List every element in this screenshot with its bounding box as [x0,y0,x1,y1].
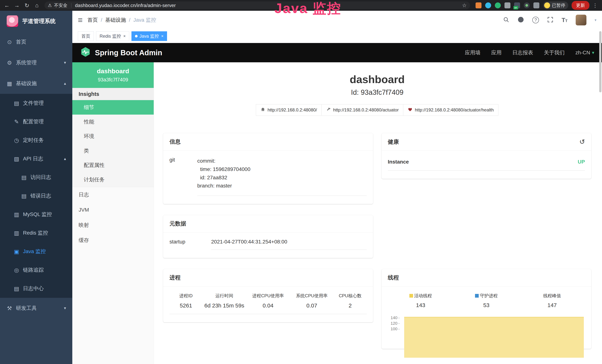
metric-value: 6d 23h 15m 59s [204,302,245,309]
app-logo[interactable]: 芋道管理系统 [0,11,72,32]
home-button[interactable]: ⌂ [33,1,41,10]
sidebar-item-error-logs[interactable]: ▤ 错误日志 [0,187,72,205]
user-avatar[interactable] [576,15,586,25]
tab-java-monitor[interactable]: Java 监控 × [131,31,167,41]
sba-brand[interactable]: Spring Boot Admin [80,47,162,59]
sidebar-item-system[interactable]: ⚙ 系统管理 ▾ [0,52,72,73]
home-icon [260,107,265,113]
chevron-down-icon: ▾ [64,306,66,310]
sidebar-item-file-management[interactable]: ▤ 文件管理 [0,94,72,112]
threads-card: 线程 活动线程 143 [382,269,591,349]
font-size-large-glyph: T [562,17,565,23]
instance-health-link[interactable]: http://192.168.0.2:48080/actuator/health [403,104,498,116]
sba-section-insights: Insights [72,88,154,100]
sba-menu-classes[interactable]: 类 [72,143,154,158]
tab-redis-monitor[interactable]: Redis 监控 × [96,31,129,41]
instance-home-link[interactable]: http://192.168.0.2:48080/ [256,104,322,116]
extension-icon-3[interactable] [495,2,501,8]
scrollbar-thumb[interactable] [599,31,602,92]
instance-links: http://192.168.0.2:48080/ http://192.168… [163,104,591,116]
search-icon[interactable] [503,17,509,23]
sba-menu-logs[interactable]: 日志 [72,187,154,202]
url-text[interactable]: dashboard.yudao.iocoder.cn/infra/admin-s… [75,3,460,8]
sidebar-item-api-logs[interactable]: ▧ API 日志 ▴ [0,150,72,168]
legend-label: 活动线程 [414,293,432,299]
sidebar-item-infrastructure[interactable]: ▦ 基础设施 ▴ [0,73,72,94]
instance-actuator-link[interactable]: http://192.168.0.2:48080/actuator [322,104,403,116]
sba-menu-environment[interactable]: 环境 [72,129,154,143]
address-bar[interactable]: ⚠ 不安全 dashboard.yudao.iocoder.cn/infra/a… [44,1,470,9]
refresh-button[interactable]: ↻ [23,1,31,10]
font-size-small-glyph: T [565,19,568,23]
browser-menu-button[interactable]: ⋮ [591,1,599,10]
update-button[interactable]: 更新 [572,1,589,10]
sidebar-item-config-management[interactable]: ✎ 配置管理 [0,112,72,131]
info-git-value: commit: time: 1596289704000 id: 27aa832 … [197,157,367,196]
monitor-icon: ▣ [13,248,20,255]
history-icon[interactable]: ↺ [579,138,585,146]
sba-nav-about[interactable]: 关于我们 [544,49,565,56]
sba-menu-details[interactable]: 细节 [72,100,154,115]
close-icon[interactable]: × [161,34,163,39]
sba-menu-caches[interactable]: 缓存 [72,233,154,248]
legend-swatch-yellow [409,294,413,298]
app-sidebar: 芋道管理系统 ⊙ 首页 ⚙ 系统管理 ▾ ▦ 基础设施 ▴ [0,11,72,364]
sba-nav-applications[interactable]: 应用 [491,49,502,56]
infrastructure-icon: ▦ [6,80,13,87]
breadcrumb-infrastructure[interactable]: 基础设施 [105,17,126,23]
extension-icon-6[interactable] [524,2,530,8]
sba-nav-journal[interactable]: 日志报表 [512,49,533,56]
close-icon[interactable]: × [123,34,126,39]
hamburger-icon[interactable]: ≡ [78,15,83,25]
sba-menu-performance[interactable]: 性能 [72,115,154,129]
sba-locale-select[interactable]: zh-CN ▾ [575,50,594,56]
sba-menu-config-props[interactable]: 配置属性 [72,158,154,172]
tab-label: Java 监控 [140,33,159,39]
sidebar-item-mysql-monitor[interactable]: ▥ MySQL 监控 [0,205,72,224]
sidebar-item-redis-monitor[interactable]: ▥ Redis 监控 [0,224,72,242]
sba-menu-mappings[interactable]: 映射 [72,217,154,233]
bookmark-star-icon[interactable]: ☆ [462,2,467,9]
breadcrumb-home[interactable]: 首页 [87,17,98,23]
tab-label: 首页 [81,33,90,39]
metadata-startup-value: 2021-04-27T00:44:31.254+08:00 [211,239,367,250]
sba-instance-header[interactable]: dashboard 93a3fc7f7409 [72,62,154,88]
github-icon[interactable] [517,16,524,24]
security-label[interactable]: 不安全 [54,2,67,8]
sidebar-item-dev-tools[interactable]: ⚒ 研发工具 ▾ [0,298,72,319]
breadcrumb: 首页 / 基础设施 / Java 监控 [87,17,156,23]
extension-icon-5[interactable]: on [514,2,520,8]
avatar-caret-icon[interactable]: ▾ [595,18,596,22]
cpu-cores: CPU核心数 2 [334,293,367,309]
active-tab-dot [135,35,138,37]
chevron-down-icon: ▾ [592,50,594,55]
process-uptime: 运行时间 6d 23h 15m 59s [203,293,246,309]
extension-icon-4[interactable] [505,2,510,8]
api-log-icon: ▧ [13,156,20,162]
sidebar-item-log-center[interactable]: ▤ 日志中心 [0,279,72,298]
forward-button[interactable]: → [13,1,21,10]
log-icon: ▤ [21,193,27,199]
dashboard-icon: ⊙ [6,39,13,45]
back-button[interactable]: ← [3,1,11,10]
metric-label: 运行时间 [204,293,245,299]
tab-home[interactable]: 首页 [78,31,94,41]
app-logo-image [7,15,18,27]
help-icon[interactable]: ? [532,17,539,23]
extension-icon-1[interactable] [475,2,482,8]
sidebar-item-scheduled-jobs[interactable]: ◷ 定时任务 [0,131,72,150]
sidebar-item-home[interactable]: ⊙ 首页 [0,32,72,52]
fullscreen-icon[interactable] [547,17,553,23]
sba-menu-jvm[interactable]: JVM [72,202,154,217]
sidebar-item-tracing[interactable]: ◎ 链路追踪 [0,261,72,279]
font-size-icon[interactable]: TT [562,17,568,23]
sba-nav-wallboard[interactable]: 应用墙 [465,49,481,56]
sidebar-item-access-logs[interactable]: ▤ 访问日志 [0,168,72,187]
sba-menu-scheduled-tasks[interactable]: 计划任务 [72,172,154,187]
profile-paused-button[interactable]: 已暂停 [543,1,568,9]
metric-value: 0.07 [291,302,333,309]
sidebar-item-java-monitor[interactable]: ▣ Java 监控 [0,242,72,261]
extension-icon-2[interactable] [485,2,491,8]
extensions-cluster: on [475,2,539,8]
extensions-puzzle-icon[interactable] [533,2,539,8]
